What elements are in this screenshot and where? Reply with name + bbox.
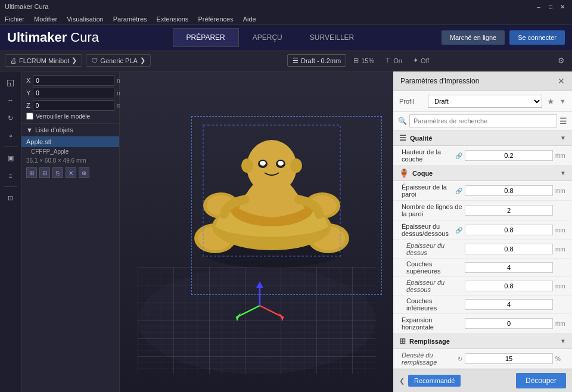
- svg-line-24: [236, 306, 260, 318]
- obj-list-title: Liste d'objets: [35, 126, 73, 133]
- app-title-text: Ultimaker Cura: [5, 3, 48, 10]
- marche-en-ligne-button[interactable]: Marché en ligne: [442, 30, 505, 45]
- tool-select[interactable]: ◱: [2, 74, 19, 91]
- tab-surveiller[interactable]: SURVEILLER: [296, 28, 368, 47]
- svg-point-20: [290, 158, 302, 173]
- slice-button[interactable]: Découper: [516, 373, 566, 388]
- x-input[interactable]: [33, 75, 114, 86]
- printer-name: FLCRUM Minibot: [19, 57, 69, 64]
- y-row: Y mm: [26, 88, 114, 98]
- header-actions: Marché en ligne Se connecter: [442, 30, 565, 45]
- menu-fichier[interactable]: Fichier: [2, 15, 27, 23]
- couches-inf-input[interactable]: [465, 299, 553, 310]
- profile-select[interactable]: Draft 0.1mm Draft Fine Extra Fine: [428, 95, 542, 108]
- lock-checkbox[interactable]: [26, 113, 33, 120]
- draft-label: Draft - 0.2mm: [301, 57, 341, 64]
- profile-star-icon[interactable]: ★: [547, 97, 555, 106]
- z-input[interactable]: [33, 100, 114, 111]
- axes-indicator: [230, 276, 290, 335]
- panel-title: Paramètres d'impression: [400, 77, 479, 85]
- ep-dessous-input[interactable]: [465, 281, 553, 291]
- ep-paroi-lock[interactable]: 🔗: [455, 188, 462, 194]
- densite-refresh[interactable]: ↻: [458, 356, 462, 362]
- tool-move[interactable]: ↔: [2, 92, 19, 108]
- obj-dims: 36.1 × 60.0 × 49.6 mm: [21, 156, 119, 165]
- infill-icon: ⊞: [353, 57, 359, 64]
- setting-unit: mm: [555, 153, 566, 159]
- draft-icon: ☰: [293, 57, 299, 64]
- menu-extensions[interactable]: Extensions: [154, 15, 191, 23]
- tool-rotate[interactable]: ⌖: [2, 127, 19, 144]
- section-coque[interactable]: 🏺 Coque ▼: [393, 166, 572, 181]
- printer-icon: 🖨: [10, 57, 17, 64]
- svg-point-14: [247, 140, 297, 194]
- setting-expansion-horiz: Expansion horizontale mm: [393, 314, 572, 334]
- object-list-header[interactable]: ▼ Liste d'objets: [21, 124, 119, 136]
- lock-icon[interactable]: 🔗: [455, 153, 462, 159]
- x-label: X: [26, 77, 30, 84]
- x-row: X mm: [26, 75, 114, 86]
- panel-close-button[interactable]: ✕: [558, 76, 565, 86]
- menu-parametres[interactable]: Paramètres: [111, 15, 150, 23]
- ep-dessus-input[interactable]: [465, 244, 553, 254]
- profile-arrow-icon[interactable]: ▼: [559, 98, 566, 105]
- se-connecter-button[interactable]: Se connecter: [509, 30, 565, 45]
- ep-dd-lock[interactable]: 🔗: [455, 227, 462, 234]
- obj-action-3[interactable]: ⎘: [52, 167, 63, 178]
- tool-scale[interactable]: ↻: [2, 110, 19, 126]
- tool-mirror[interactable]: ▣: [2, 150, 19, 166]
- ep-dd-input[interactable]: [465, 225, 553, 235]
- obj-action-2[interactable]: ⊟: [39, 167, 50, 178]
- support-off-label: Off: [421, 57, 429, 64]
- obj-action-5[interactable]: ⊕: [79, 167, 89, 178]
- draft-selector[interactable]: ☰ Draft - 0.2mm: [287, 54, 346, 67]
- main-content: ◱ ↔ ↻ ⌖ ▣ ≡ ⊡ X mm Y mm Z mm: [0, 71, 572, 392]
- nb-lignes-input[interactable]: [465, 205, 553, 216]
- remplissage-icon: ⊞: [399, 337, 406, 346]
- left-toolbar: ◱ ↔ ↻ ⌖ ▣ ≡ ⊡: [0, 71, 21, 392]
- tool-view[interactable]: ⊡: [2, 189, 19, 206]
- material-selector[interactable]: 🛡 Generic PLA ❯: [86, 54, 150, 67]
- setting-ep-dessus-dessous: Épaisseur du dessus/dessous 🔗 mm: [393, 220, 572, 240]
- tool-support[interactable]: ≡: [2, 167, 19, 184]
- recommended-button[interactable]: Recommandé: [408, 375, 461, 387]
- profile-label: Profil: [399, 98, 423, 105]
- exp-horiz-input[interactable]: [465, 318, 553, 329]
- section-remplissage[interactable]: ⊞ Remplissage ▼: [393, 334, 572, 349]
- tab-apercu[interactable]: APERÇU: [239, 28, 296, 47]
- recommended-label: Recommandé: [414, 377, 455, 384]
- y-input[interactable]: [33, 88, 114, 98]
- obj-action-4[interactable]: ✕: [66, 167, 76, 178]
- menu-preferences[interactable]: Préférences: [195, 15, 235, 23]
- search-input[interactable]: [409, 114, 557, 127]
- maximize-button[interactable]: □: [546, 2, 555, 11]
- panel-footer: ❮ Recommandé Découper: [393, 369, 572, 392]
- hauteur-couche-input[interactable]: [465, 150, 553, 161]
- couches-sup-input[interactable]: [465, 262, 553, 273]
- obj-action-1[interactable]: ⊞: [26, 167, 37, 178]
- logo-sub: Cura: [70, 30, 99, 45]
- ep-paroi-input[interactable]: [465, 185, 553, 196]
- viewport[interactable]: [120, 71, 393, 392]
- object-list-item[interactable]: Apple.stl: [21, 136, 119, 147]
- menu-visualisation[interactable]: Visualisation: [64, 15, 106, 23]
- svg-point-18: [278, 161, 284, 166]
- remplissage-label: Remplissage: [409, 338, 450, 345]
- printer-selector[interactable]: 🖨 FLCRUM Minibot ❯: [5, 54, 82, 67]
- tab-preparer[interactable]: PRÉPARER: [173, 28, 239, 47]
- svg-marker-27: [256, 282, 263, 288]
- menu-modifier[interactable]: Modifier: [32, 15, 60, 23]
- 3d-model: [167, 89, 376, 280]
- svg-point-17: [260, 161, 266, 166]
- close-button[interactable]: ✕: [558, 2, 567, 11]
- densite-input[interactable]: [465, 353, 553, 364]
- window-controls: – □ ✕: [534, 2, 567, 11]
- menu-aide[interactable]: Aide: [241, 15, 259, 23]
- panel-footer-arrow-left[interactable]: ❮: [399, 377, 405, 385]
- obj-sub-name: CFFFP_Apple: [31, 148, 69, 155]
- search-menu-icon[interactable]: ☰: [559, 116, 567, 126]
- z-label: Z: [26, 102, 30, 109]
- minimize-button[interactable]: –: [534, 2, 543, 11]
- settings-gear-button[interactable]: ⚙: [555, 55, 567, 66]
- section-quality[interactable]: ☰ Qualité ▼: [393, 130, 572, 146]
